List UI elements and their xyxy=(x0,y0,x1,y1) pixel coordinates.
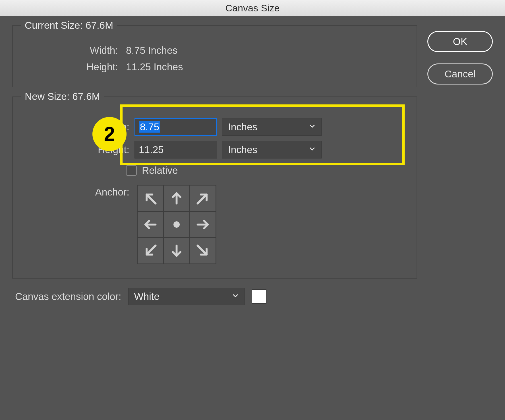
new-width-row: Width: 8.75 Inches xyxy=(24,118,405,136)
new-height-row: Height: 11.25 Inches xyxy=(24,141,405,158)
anchor-s[interactable] xyxy=(163,238,190,264)
anchor-se[interactable] xyxy=(190,238,216,264)
new-width-input[interactable]: 8.75 xyxy=(134,118,217,136)
current-width-row: Width: 8.75 Inches xyxy=(24,45,405,56)
step-badge-number: 2 xyxy=(104,123,115,145)
anchor-sw[interactable] xyxy=(137,238,163,264)
anchor-label: Anchor: xyxy=(24,185,129,198)
relative-checkbox[interactable] xyxy=(126,165,137,176)
new-width-input-text: 8.75 xyxy=(139,121,160,133)
cancel-button[interactable]: Cancel xyxy=(427,63,493,85)
current-size-legend: Current Size: 67.6M xyxy=(21,20,117,31)
current-height-label: Height: xyxy=(24,61,118,73)
new-height-input[interactable]: 11.25 xyxy=(134,141,217,158)
new-width-unit-dropdown[interactable]: Inches xyxy=(222,118,322,136)
dialog-titlebar: Canvas Size xyxy=(0,0,505,16)
new-width-unit-value: Inches xyxy=(228,121,257,133)
extension-color-value: White xyxy=(134,291,160,302)
dialog-title: Canvas Size xyxy=(225,3,280,14)
current-size-group: Current Size: 67.6M Width: 8.75 Inches H… xyxy=(12,25,417,87)
new-height-unit-value: Inches xyxy=(228,144,257,155)
chevron-down-icon xyxy=(232,292,239,301)
extension-color-row: Canvas extension color: White xyxy=(12,288,417,305)
new-height-unit-dropdown[interactable]: Inches xyxy=(222,141,322,158)
anchor-w[interactable] xyxy=(137,211,163,238)
anchor-grid[interactable] xyxy=(137,185,216,264)
anchor-row: Anchor: xyxy=(24,185,405,264)
anchor-n[interactable] xyxy=(163,185,190,211)
anchor-center-dot-icon xyxy=(173,221,180,228)
current-width-value: 8.75 Inches xyxy=(126,45,177,56)
anchor-ne[interactable] xyxy=(190,185,216,211)
current-height-value: 11.25 Inches xyxy=(126,61,183,73)
step-badge: 2 xyxy=(92,117,127,151)
dialog-left-column: Current Size: 67.6M Width: 8.75 Inches H… xyxy=(12,25,417,305)
extension-color-dropdown[interactable]: White xyxy=(128,288,245,305)
new-size-legend: New Size: 67.6M xyxy=(21,91,104,102)
current-width-label: Width: xyxy=(24,45,118,56)
canvas-size-dialog: Canvas Size Current Size: 67.6M Width: 8… xyxy=(0,0,505,420)
anchor-nw[interactable] xyxy=(137,185,163,211)
chevron-down-icon xyxy=(309,145,316,154)
ok-button[interactable]: OK xyxy=(427,31,493,52)
current-height-row: Height: 11.25 Inches xyxy=(24,61,405,73)
relative-row: Relative xyxy=(24,165,405,176)
new-size-group: New Size: 67.6M Width: 8.75 Inches Heigh… xyxy=(12,96,417,279)
dialog-body: Current Size: 67.6M Width: 8.75 Inches H… xyxy=(0,16,505,317)
extension-color-swatch[interactable] xyxy=(252,289,266,304)
chevron-down-icon xyxy=(309,123,316,131)
anchor-e[interactable] xyxy=(190,211,216,238)
new-height-input-text: 11.25 xyxy=(139,144,164,155)
extension-color-label: Canvas extension color: xyxy=(15,291,121,302)
relative-label: Relative xyxy=(142,165,178,176)
dialog-right-column: OK Cancel xyxy=(427,25,493,305)
anchor-c[interactable] xyxy=(163,211,190,238)
